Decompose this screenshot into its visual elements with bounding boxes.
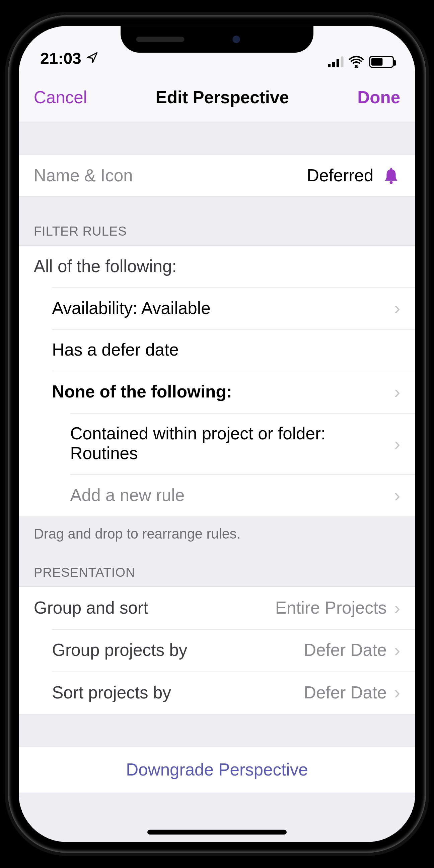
sort-by-value: Defer Date: [304, 683, 387, 703]
rule-all-of[interactable]: All of the following:: [19, 246, 415, 287]
chevron-right-icon: ›: [394, 597, 400, 618]
svg-point-0: [355, 65, 357, 67]
downgrade-perspective-button[interactable]: Downgrade Perspective: [19, 747, 415, 793]
wifi-icon: [349, 56, 364, 68]
group-and-sort-row[interactable]: Group and sort Entire Projects ›: [19, 587, 415, 629]
location-icon: [86, 50, 98, 68]
group-projects-by-row[interactable]: Group projects by Defer Date ›: [19, 629, 415, 671]
chevron-right-icon: ›: [394, 640, 400, 660]
chevron-right-icon: ›: [394, 682, 400, 703]
status-time: 21:03: [40, 50, 81, 68]
group-sort-label: Group and sort: [34, 598, 148, 618]
rule-defer-label: Has a defer date: [52, 340, 179, 360]
rule-has-defer-date[interactable]: Has a defer date: [19, 330, 415, 371]
rule-none-of[interactable]: None of the following: ›: [19, 371, 415, 413]
name-icon-row[interactable]: Name & Icon Deferred: [19, 155, 415, 197]
perspective-name: Deferred: [307, 166, 373, 186]
group-sort-value: Entire Projects: [275, 598, 387, 618]
rule-none-of-label: None of the following:: [52, 382, 232, 402]
rule-availability[interactable]: Availability: Available ›: [19, 287, 415, 330]
chevron-right-icon: ›: [394, 433, 400, 454]
filter-footnote: Drag and drop to rearrange rules.: [19, 517, 415, 547]
bell-icon: [382, 166, 400, 185]
filter-rules-header: FILTER RULES: [19, 197, 415, 245]
notch: [121, 26, 313, 53]
cellular-icon: [328, 57, 343, 67]
presentation-header: PRESENTATION: [19, 547, 415, 586]
svg-point-1: [390, 181, 393, 184]
page-title: Edit Perspective: [155, 88, 289, 107]
rule-contained-label: Contained within project or folder: Rout…: [70, 424, 349, 464]
presentation-group: Group and sort Entire Projects › Group p…: [19, 586, 415, 714]
done-button[interactable]: Done: [357, 88, 400, 107]
name-icon-label: Name & Icon: [34, 166, 133, 186]
add-rule[interactable]: Add a new rule ›: [19, 474, 415, 517]
home-indicator[interactable]: [147, 830, 287, 835]
sort-by-label: Sort projects by: [52, 683, 171, 703]
sort-projects-by-row[interactable]: Sort projects by Defer Date ›: [19, 672, 415, 714]
group-by-value: Defer Date: [304, 641, 387, 660]
rule-all-of-label: All of the following:: [34, 256, 177, 276]
rule-contained-within[interactable]: Contained within project or folder: Rout…: [19, 413, 415, 474]
cancel-button[interactable]: Cancel: [34, 88, 87, 107]
group-by-label: Group projects by: [52, 641, 187, 660]
battery-icon: [369, 56, 394, 68]
downgrade-label: Downgrade Perspective: [126, 760, 308, 779]
filter-rules-group: All of the following: Availability: Avai…: [19, 245, 415, 517]
add-rule-label: Add a new rule: [70, 486, 185, 505]
chevron-right-icon: ›: [394, 485, 400, 506]
svg-rect-2: [391, 167, 392, 170]
rule-availability-label: Availability: Available: [52, 298, 210, 318]
chevron-right-icon: ›: [394, 381, 400, 402]
chevron-right-icon: ›: [394, 298, 400, 319]
navbar: Cancel Edit Perspective Done: [19, 73, 415, 122]
